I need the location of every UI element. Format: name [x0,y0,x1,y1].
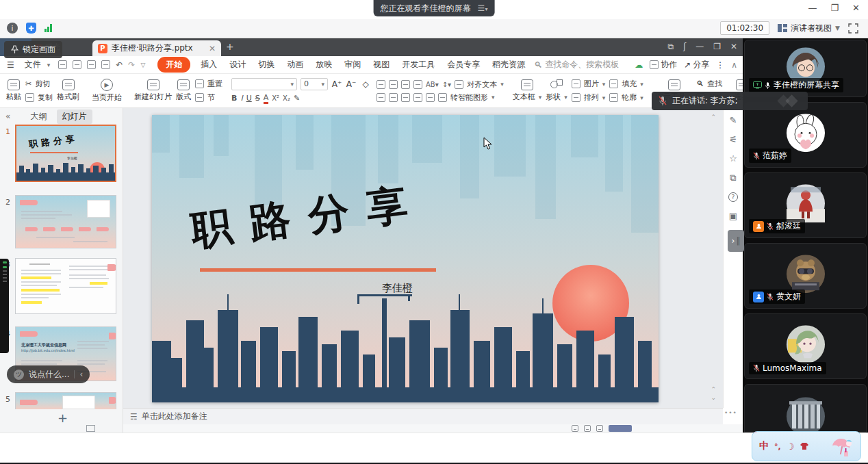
participant-tile[interactable]: 黄文妍 [744,243,867,309]
tab-slideshow[interactable]: 放映 [316,59,332,70]
collapse-panel-icon[interactable]: « [5,112,10,121]
play-from-current-button[interactable]: ▶当页开始 [92,79,122,103]
wps-restore-icon[interactable]: ❐ [713,42,721,51]
layout-menu-icon[interactable]: ☰▾ [478,3,488,13]
arrange-button[interactable]: 排列▾ [572,92,606,103]
workspace-icon[interactable]: ⧉ [668,42,674,51]
new-tab-icon[interactable]: + [226,41,234,52]
copy-button[interactable]: 复制 [25,92,53,103]
cut-button[interactable]: ✂剪切 [25,79,53,89]
pages-icon[interactable]: ⧉ [730,172,736,183]
italic-button[interactable]: I [240,94,242,103]
command-search[interactable]: 🔍︎ 查找命令、搜索模板 [534,59,619,70]
add-slide-button[interactable]: + [58,411,68,425]
participant-tile[interactable]: LumosMaxima [744,313,867,379]
format-painter-button[interactable]: 格式刷 [57,79,79,102]
watching-banner[interactable]: 您正在观看李佳橙的屏幕 ☰▾ [374,0,495,16]
object-properties-icon[interactable]: ⚟ [729,134,737,144]
minimize-icon[interactable]: — [808,3,817,13]
tab-design[interactable]: 设计 [229,59,246,70]
new-slide-button[interactable]: 新建幻灯片 [134,79,172,102]
docked-widget[interactable] [0,259,9,353]
outline-button[interactable]: 轮廓▾ [609,92,643,103]
share-button[interactable]: ↗分享 [684,59,709,70]
text-effects-icon[interactable]: ✎ [294,94,300,103]
tab-animation[interactable]: 动画 [287,59,303,70]
increase-font-icon[interactable]: A⁺ [331,79,342,89]
distribute-icon[interactable] [426,93,435,102]
docer-star-icon[interactable]: ☆ [729,153,737,164]
participant-tile[interactable]: 郝浚廷 [744,172,867,238]
align-center-icon[interactable] [389,93,398,102]
decrease-indent-icon[interactable] [401,80,410,89]
picture-button[interactable]: 图片▾ [572,79,606,89]
rail-more-dots-icon[interactable]: ••• [724,409,737,416]
file-menu[interactable]: 文件 [25,59,41,70]
close-icon[interactable]: ✕ [852,3,860,13]
section-button[interactable]: 节 [195,92,222,103]
superscript-button[interactable]: X² [272,94,279,102]
ime-mode-indicator[interactable]: 中 [759,440,769,452]
tab-transition[interactable]: 切换 [258,59,275,70]
slide-thumbnail-3[interactable] [15,258,116,314]
chart-image-icon[interactable]: ▣ [729,211,737,221]
fill-button[interactable]: 填充▾ [609,79,643,89]
chat-quick-bubble[interactable]: ツ 说点什么... ‹ [7,365,90,383]
textbox-button[interactable]: 文本框▾ [513,79,542,102]
tab-outline[interactable]: 大纲 [31,111,47,123]
tab-insert[interactable]: 插入 [201,59,217,70]
prev-slide-icon[interactable]: ⌃ [711,386,716,393]
skin-icon[interactable]: ʃ [683,42,686,51]
participant-tile[interactable]: 范茹婷 [744,102,867,168]
font-family-select[interactable]: ▾ [231,78,297,90]
more-caret-icon[interactable]: ▽ [140,62,145,68]
sorter-view-icon[interactable] [584,425,591,432]
undo-icon[interactable]: ↶ [116,60,123,70]
normal-view-icon[interactable] [572,425,578,432]
justify-icon[interactable] [413,93,422,102]
meeting-info-icon[interactable]: i [7,23,18,34]
bullet-list-icon[interactable] [376,80,385,89]
line-spacing-icon[interactable]: ↕▾ [442,81,451,88]
play-slideshow-button[interactable] [609,425,632,432]
bold-button[interactable]: B [231,94,237,103]
wps-minimize-icon[interactable]: — [695,42,704,51]
font-color-button[interactable]: A [264,93,269,104]
fullscreen-icon[interactable] [848,23,858,34]
network-signal-icon[interactable] [44,24,52,32]
reset-button[interactable]: 重置 [195,79,222,89]
view-mode-selector[interactable]: 演讲者视图 ▼ [778,23,840,34]
output-icon[interactable] [73,60,81,69]
number-list-icon[interactable] [389,80,398,89]
strikethrough-button[interactable]: S [255,94,260,103]
next-slide-icon[interactable]: ⌄ [711,394,716,401]
print-icon[interactable] [87,60,96,69]
preview-icon[interactable] [101,60,110,69]
shapes-button[interactable]: 形状▾ [546,79,567,102]
decrease-font-icon[interactable]: A⁻ [346,79,357,89]
document-tab[interactable]: P 李佳橙·职路分享.pptx ✕ [92,40,221,56]
current-slide[interactable]: 职路分享 李佳橙 [152,115,659,402]
collapse-bubble-icon[interactable]: ‹ [79,370,83,379]
font-size-select[interactable]: 0▾ [301,78,328,90]
scroll-up-icon[interactable]: ⌃ [711,114,716,120]
security-shield-icon[interactable]: ✚ [26,23,36,34]
smart-graphic-button[interactable]: 转智能图形▾ [438,92,495,103]
hamburger-icon[interactable]: ☰ [7,60,14,70]
tab-member[interactable]: 会员专享 [447,59,480,70]
participant-tile[interactable]: 李佳橙的屏幕共享 [744,40,867,97]
underline-button[interactable]: U [246,94,252,103]
cloud-sync-icon[interactable]: ☁ [635,60,643,70]
ai-assistant-icon[interactable]: ✎ [730,115,737,125]
slide-thumbnail-1[interactable]: 职路分享 李佳橙 [15,125,116,182]
tab-devtools[interactable]: 开发工具 [402,59,435,70]
slide-thumbnail-5[interactable] [15,392,116,409]
wps-close-icon[interactable]: ✕ [730,42,737,51]
tab-review[interactable]: 审阅 [344,59,361,70]
tab-close-icon[interactable]: ✕ [209,44,216,53]
redo-icon[interactable]: ↷ [128,60,135,70]
collab-button[interactable]: 协作 [650,59,677,70]
align-text-button[interactable]: 对齐文本▾ [455,79,504,90]
reading-view-icon[interactable] [596,425,603,432]
tab-docer[interactable]: 稻壳资源 [492,59,525,70]
